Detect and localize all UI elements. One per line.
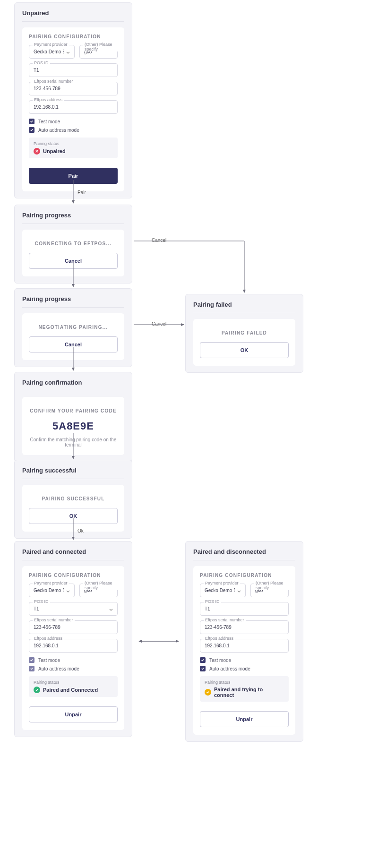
status-text: Paired and Connected xyxy=(43,687,98,693)
progress-message: NEGOTIATING PAIRING... xyxy=(29,325,118,330)
test-mode-checkbox[interactable] xyxy=(29,119,34,124)
unpair-button[interactable]: Unpair xyxy=(29,706,118,722)
label-payment-provider: Payment provider xyxy=(204,581,240,585)
card: PAIRING CONFIGURATION Payment provider G… xyxy=(22,566,124,730)
card: PAIRING FAILED OK xyxy=(193,319,295,366)
edge-label-ok: Ok xyxy=(77,528,84,533)
cancel-button[interactable]: Cancel xyxy=(29,253,118,269)
status-label: Pairing status xyxy=(34,680,113,685)
label-pos-id: POS ID xyxy=(33,60,50,65)
edge-label-pair: Pair xyxy=(77,190,86,195)
panel-title: Pairing progress xyxy=(22,295,124,308)
test-mode-label: Test mode xyxy=(38,658,60,663)
auto-address-label: Auto address mode xyxy=(209,666,250,671)
status-text: Unpaired xyxy=(43,148,66,154)
pos-id-input[interactable] xyxy=(200,602,289,616)
card: PAIRING CONFIGURATION Payment provider G… xyxy=(22,27,124,191)
label-other-specify: (Other) Please specify xyxy=(254,581,289,590)
auto-address-label: Auto address mode xyxy=(38,666,79,671)
label-eftpos-address: Eftpos address xyxy=(204,636,235,641)
pairing-code: 5A8E9E xyxy=(29,420,118,432)
test-mode-label: Test mode xyxy=(38,119,60,124)
unpair-button[interactable]: Unpair xyxy=(200,711,289,727)
panel-title: Pairing confirmation xyxy=(22,379,124,391)
label-payment-provider: Payment provider xyxy=(33,581,69,585)
eftpos-serial-input[interactable] xyxy=(200,620,289,634)
panel-title: Paired and connected xyxy=(22,548,124,560)
label-other-specify: (Other) Please specify xyxy=(83,581,118,590)
auto-address-checkbox[interactable] xyxy=(29,127,34,133)
label-other-specify: (Other) Please specify xyxy=(83,42,118,52)
auto-address-checkbox[interactable] xyxy=(200,666,206,671)
status-unpaired-icon xyxy=(34,148,40,155)
help-text: Confirm the matching pairing code on the… xyxy=(29,437,118,447)
panel-pairing-progress-negotiating: Pairing progress NEGOTIATING PAIRING... … xyxy=(14,288,132,367)
status-text: Paired and trying to connect xyxy=(214,687,284,698)
label-eftpos-serial: Eftpos serial number xyxy=(204,618,246,622)
pair-button[interactable]: Pair xyxy=(29,168,118,184)
status-label: Pairing status xyxy=(34,141,113,146)
label-eftpos-serial: Eftpos serial number xyxy=(33,79,75,84)
pos-id-input[interactable] xyxy=(29,63,118,77)
card: CONNECTING TO EFTPOS... Cancel xyxy=(22,230,124,276)
auto-address-checkbox[interactable] xyxy=(29,666,34,671)
ok-button[interactable]: OK xyxy=(200,342,289,358)
section-label: PAIRING CONFIGURATION xyxy=(200,573,289,578)
test-mode-checkbox[interactable] xyxy=(29,657,34,663)
pos-id-select[interactable]: T1 xyxy=(29,602,118,616)
section-label: PAIRING CONFIGURATION xyxy=(29,573,118,578)
message: PAIRING SUCCESSFUL xyxy=(29,496,118,501)
test-mode-checkbox[interactable] xyxy=(200,657,206,663)
status-connected-icon xyxy=(34,687,40,693)
label-eftpos-serial: Eftpos serial number xyxy=(33,618,75,622)
eftpos-address-input[interactable] xyxy=(200,639,289,653)
status-trying-icon xyxy=(205,689,211,696)
test-mode-label: Test mode xyxy=(209,658,231,663)
eftpos-address-input[interactable] xyxy=(29,100,118,114)
section-label: PAIRING CONFIGURATION xyxy=(29,34,118,39)
label-eftpos-address: Eftpos address xyxy=(33,636,64,641)
ok-button[interactable]: OK xyxy=(29,508,118,524)
panel-pairing-failed: Pairing failed PAIRING FAILED OK xyxy=(185,294,303,373)
payment-provider-select[interactable]: Gecko Demo Bank xyxy=(29,45,75,59)
label-eftpos-address: Eftpos address xyxy=(33,97,64,102)
eftpos-serial-input[interactable] xyxy=(29,82,118,95)
pairing-status-box: Pairing status Paired and trying to conn… xyxy=(200,676,289,702)
card: NEGOTIATING PAIRING... Cancel xyxy=(22,313,124,360)
payment-provider-select[interactable]: Gecko Demo Bank xyxy=(29,584,75,597)
status-label: Pairing status xyxy=(205,680,284,685)
panel-paired-connected: Paired and connected PAIRING CONFIGURATI… xyxy=(14,541,132,737)
panel-title: Pairing successful xyxy=(22,467,124,479)
panel-pairing-progress-connecting: Pairing progress CONNECTING TO EFTPOS...… xyxy=(14,205,132,284)
pairing-status-box: Pairing status Paired and Connected xyxy=(29,676,118,697)
auto-address-label: Auto address mode xyxy=(38,128,79,133)
panel-title: Paired and disconnected xyxy=(193,548,295,560)
message: CONFIRM YOUR PAIRING CODE xyxy=(29,408,118,413)
panel-title: Pairing failed xyxy=(193,301,295,313)
panel-paired-disconnected: Paired and disconnected PAIRING CONFIGUR… xyxy=(185,541,303,742)
panel-unpaired: Unpaired PAIRING CONFIGURATION Payment p… xyxy=(14,2,132,198)
label-pos-id: POS ID xyxy=(204,599,221,604)
message: PAIRING FAILED xyxy=(200,330,289,335)
card: PAIRING SUCCESSFUL OK xyxy=(22,485,124,532)
card: CONFIRM YOUR PAIRING CODE 5A8E9E Confirm… xyxy=(22,397,124,455)
progress-message: CONNECTING TO EFTPOS... xyxy=(29,241,118,246)
card: PAIRING CONFIGURATION Payment provider G… xyxy=(193,566,295,735)
eftpos-address-input[interactable] xyxy=(29,639,118,653)
panel-pairing-confirmation: Pairing confirmation CONFIRM YOUR PAIRIN… xyxy=(14,372,132,462)
label-payment-provider: Payment provider xyxy=(33,42,69,47)
panel-title: Unpaired xyxy=(22,9,124,22)
payment-provider-select[interactable]: Gecko Demo Bank xyxy=(200,584,246,597)
panel-title: Pairing progress xyxy=(22,212,124,224)
pairing-status-box: Pairing status Unpaired xyxy=(29,138,118,158)
cancel-button[interactable]: Cancel xyxy=(29,336,118,352)
edge-label-cancel: Cancel xyxy=(152,321,166,327)
panel-pairing-successful: Pairing successful PAIRING SUCCESSFUL OK xyxy=(14,460,132,539)
edge-label-cancel: Cancel xyxy=(152,238,166,243)
eftpos-serial-input[interactable] xyxy=(29,620,118,634)
label-pos-id: POS ID xyxy=(33,599,50,604)
